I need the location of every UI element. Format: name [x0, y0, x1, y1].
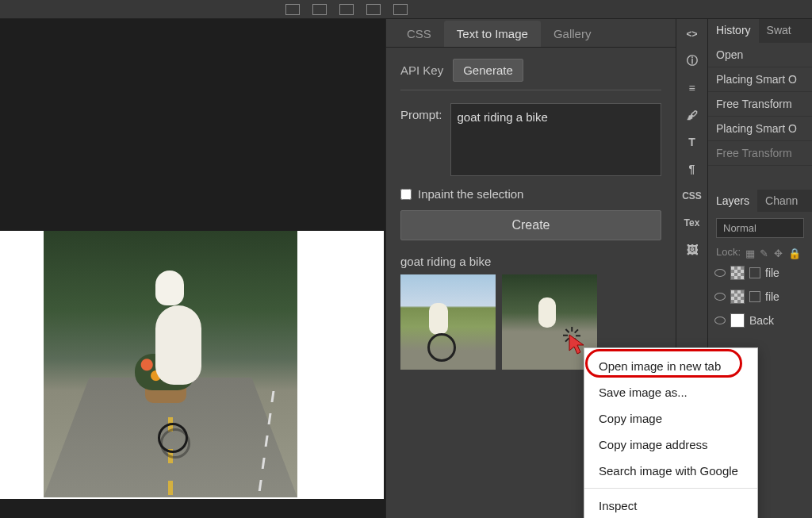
- code-icon[interactable]: <>: [678, 21, 707, 48]
- css-icon[interactable]: CSS: [678, 182, 707, 209]
- history-item[interactable]: Free Transform: [708, 141, 812, 166]
- layer-name: Back: [749, 314, 774, 327]
- ctx-copy-image-address[interactable]: Copy image address: [584, 432, 757, 458]
- lock-row: Lock: ▦ ✎ ✥ 🔒: [708, 243, 812, 261]
- tab-css[interactable]: CSS: [394, 21, 444, 47]
- lock-brush-icon[interactable]: ✎: [760, 247, 769, 257]
- tab-history[interactable]: History: [708, 19, 759, 43]
- info-icon[interactable]: ⓘ: [678, 48, 707, 75]
- inpaint-checkbox[interactable]: [400, 189, 412, 200]
- canvas-area[interactable]: [0, 19, 385, 518]
- ctx-save-image-as[interactable]: Save image as...: [584, 379, 757, 405]
- sliders-icon[interactable]: ≡: [678, 75, 707, 102]
- ctx-inspect[interactable]: Inspect: [584, 493, 757, 518]
- tab-text-to-image[interactable]: Text to Image: [444, 21, 541, 47]
- prompt-input[interactable]: goat riding a bike: [450, 103, 661, 176]
- ctx-copy-image[interactable]: Copy image: [584, 405, 757, 432]
- layer-link-icon: [749, 291, 760, 302]
- canvas-image[interactable]: [44, 231, 297, 497]
- layer-thumbnail: [730, 290, 745, 304]
- text-icon[interactable]: T: [678, 129, 707, 155]
- lock-label: Lock:: [716, 246, 741, 258]
- history-item[interactable]: Placing Smart O: [708, 67, 812, 92]
- visibility-icon[interactable]: [714, 269, 726, 277]
- ctx-search-google[interactable]: Search image with Google: [584, 458, 757, 484]
- api-key-label: API Key: [400, 63, 443, 77]
- layer-item[interactable]: file: [708, 261, 812, 285]
- layer-item[interactable]: file: [708, 285, 812, 309]
- paragraph-icon[interactable]: ¶: [678, 155, 707, 182]
- history-item[interactable]: Open: [708, 43, 812, 67]
- toolbar-icon[interactable]: [366, 4, 381, 15]
- inpaint-label: Inpaint the selection: [418, 187, 523, 201]
- layer-thumbnail: [730, 266, 745, 280]
- history-item[interactable]: Free Transform: [708, 92, 812, 117]
- prompt-label: Prompt:: [400, 103, 442, 121]
- image-icon[interactable]: 🖼: [678, 236, 707, 263]
- tab-swatches[interactable]: Swat: [759, 19, 799, 43]
- toolbar-icon[interactable]: [285, 4, 300, 15]
- tab-layers[interactable]: Layers: [708, 190, 757, 212]
- tab-channels[interactable]: Chann: [757, 190, 806, 212]
- separator: [584, 488, 757, 489]
- layer-name: file: [765, 290, 779, 303]
- visibility-icon[interactable]: [714, 293, 726, 301]
- create-button[interactable]: Create: [400, 210, 661, 240]
- layer-name: file: [765, 267, 779, 279]
- layer-link-icon: [749, 267, 760, 278]
- inpaint-checkbox-row[interactable]: Inpaint the selection: [400, 187, 661, 201]
- result-thumbnail[interactable]: [400, 274, 496, 370]
- tab-gallery[interactable]: Gallery: [541, 21, 604, 47]
- lock-transparency-icon[interactable]: ▦: [745, 247, 755, 257]
- visibility-icon[interactable]: [714, 317, 726, 324]
- lock-move-icon[interactable]: ✥: [774, 247, 783, 257]
- brush-icon[interactable]: 🖌: [678, 102, 707, 129]
- blend-mode-select[interactable]: Normal: [716, 218, 804, 238]
- layer-thumbnail: [730, 313, 745, 328]
- tex-icon[interactable]: Tex: [678, 209, 707, 236]
- context-menu: Open image in new tab Save image as... C…: [584, 347, 758, 518]
- top-toolbar: [0, 0, 812, 19]
- panel-tabs: CSS Text to Image Gallery: [386, 19, 676, 48]
- result-thumbnail[interactable]: [502, 274, 597, 370]
- toolbar-icon[interactable]: [312, 4, 327, 15]
- generate-button[interactable]: Generate: [453, 59, 523, 82]
- history-list: Open Placing Smart O Free Transform Plac…: [708, 43, 812, 166]
- lock-all-icon[interactable]: 🔒: [788, 247, 798, 257]
- toolbar-icon[interactable]: [393, 4, 408, 15]
- toolbar-icon[interactable]: [339, 4, 354, 15]
- results-label: goat riding a bike: [400, 255, 661, 268]
- ctx-open-new-tab[interactable]: Open image in new tab: [584, 353, 757, 379]
- layer-item[interactable]: Back: [708, 309, 812, 332]
- history-item[interactable]: Placing Smart O: [708, 117, 812, 141]
